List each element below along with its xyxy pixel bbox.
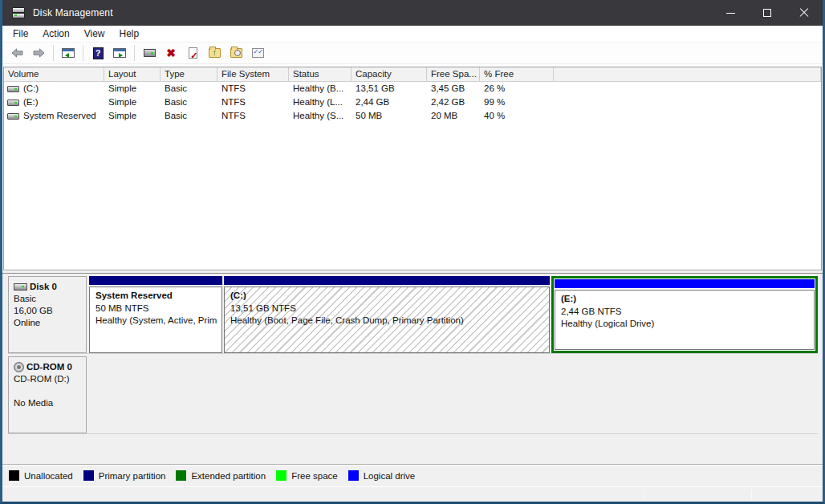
column-header-type[interactable]: Type (161, 67, 217, 81)
partition-size: 50 MB NTFS (96, 303, 221, 315)
rescan-disks-button[interactable] (140, 44, 159, 62)
partition-health: Healthy (System, Active, Prim (96, 315, 221, 327)
legend-extended-partition: Extended partition (176, 470, 266, 481)
maximize-icon (763, 9, 771, 17)
unallocated-swatch (9, 470, 19, 481)
menu-file[interactable]: File (6, 26, 35, 41)
show-action-pane-button[interactable] (110, 44, 129, 62)
properties-icon (189, 47, 197, 59)
disk-0-row: Disk 0 Basic 16,00 GB Online System Rese… (8, 276, 818, 354)
legend-label: Extended partition (191, 471, 266, 481)
disk-status: Online (14, 317, 82, 329)
menu-help[interactable]: Help (112, 26, 147, 41)
options-button[interactable] (248, 44, 267, 62)
menu-view[interactable]: View (77, 26, 112, 41)
status-bar-separator (751, 490, 752, 500)
volume-type: Basic (161, 96, 217, 109)
cdrom-0-graphic (87, 356, 818, 433)
graphical-view-pane: Disk 0 Basic 16,00 GB Online System Rese… (2, 274, 823, 486)
legend-label: Free space (291, 471, 338, 481)
properties-button[interactable] (183, 44, 202, 62)
folder-find-icon (230, 48, 242, 58)
folder-up-icon (209, 48, 221, 58)
primary-partition-band (89, 276, 222, 285)
partition-label: (C:) (230, 290, 549, 303)
volume-name: System Reserved (23, 109, 96, 123)
volume-name: (E:) (23, 96, 39, 109)
folder-find-button[interactable] (226, 44, 246, 62)
menu-action[interactable]: Action (35, 26, 76, 41)
partition-size: 2,44 GB NTFS (561, 306, 814, 319)
legend-unallocated: Unallocated (9, 470, 73, 481)
close-icon (799, 8, 809, 18)
toolbar-separator (83, 45, 83, 61)
volume-icon (7, 113, 19, 120)
volume-free-space: 20 MB (427, 109, 480, 123)
help-icon: ? (93, 47, 104, 59)
volume-pct-free: 26 % (480, 82, 554, 96)
menubar: File Action View Help (2, 26, 823, 43)
legend-bar: Unallocated Primary partition Extended p… (2, 464, 823, 486)
legend-primary-partition: Primary partition (83, 470, 166, 481)
cdrom-0-info-panel[interactable]: CD-ROM 0 CD-ROM (D:) No Media (8, 356, 87, 433)
delete-icon: ✖ (166, 47, 176, 59)
folder-up-button[interactable] (205, 44, 224, 62)
primary-partition-swatch (83, 470, 94, 481)
cdrom-media-status: No Media (14, 397, 82, 409)
volume-layout: Simple (104, 109, 161, 123)
partition-c[interactable]: (C:) 13,51 GB NTFS Healthy (Boot, Page F… (224, 276, 550, 353)
show-action-pane-icon (113, 48, 126, 58)
volume-status: Healthy (L... (289, 96, 352, 109)
volume-icon (7, 100, 19, 106)
partition-e[interactable]: (E:) 2,44 GB NTFS Healthy (Logical Drive… (551, 276, 818, 353)
column-header-pct-free[interactable]: % Free (480, 67, 554, 81)
toolbar: ? ✖ (2, 43, 823, 64)
volume-name: (C:) (23, 82, 39, 96)
forward-button[interactable] (29, 44, 48, 62)
toolbar-separator (53, 45, 54, 61)
column-header-volume[interactable]: Volume (4, 67, 104, 81)
minimize-icon (726, 13, 735, 14)
volume-row-c[interactable]: (C:) Simple Basic NTFS Healthy (B... 13,… (4, 82, 821, 96)
partition-health: Healthy (Logical Drive) (561, 318, 814, 331)
disk-management-window: Disk Management File Action View Help ? (0, 0, 825, 504)
maximize-button[interactable] (749, 0, 786, 26)
volume-row-system-reserved[interactable]: System Reserved Simple Basic NTFS Health… (4, 109, 821, 123)
delete-button[interactable]: ✖ (161, 44, 181, 62)
volume-file-system: NTFS (217, 82, 289, 96)
partition-label: (E:) (561, 293, 814, 306)
disk-0-info-panel[interactable]: Disk 0 Basic 16,00 GB Online (8, 276, 87, 353)
legend-logical-drive: Logical drive (348, 470, 416, 481)
volume-row-e[interactable]: (E:) Simple Basic NTFS Healthy (L... 2,4… (4, 96, 821, 109)
close-button[interactable] (786, 0, 823, 26)
show-console-tree-button[interactable] (59, 44, 78, 62)
partition-system-reserved[interactable]: System Reserved 50 MB NTFS Healthy (Syst… (89, 276, 222, 353)
minimize-button[interactable] (712, 0, 749, 26)
free-space-swatch (276, 470, 287, 481)
back-button[interactable] (7, 44, 26, 62)
volume-free-space: 3,45 GB (427, 82, 480, 96)
logical-drive-band (555, 279, 815, 288)
volume-capacity: 50 MB (352, 109, 427, 123)
column-header-capacity[interactable]: Capacity (352, 67, 427, 81)
cdrom-name: CD-ROM 0 (26, 361, 72, 373)
column-header-free-space[interactable]: Free Spa... (427, 67, 480, 81)
volume-file-system: NTFS (217, 109, 289, 123)
legend-free-space: Free space (276, 470, 338, 481)
window-title: Disk Management (33, 7, 113, 18)
column-header-layout[interactable]: Layout (104, 67, 161, 81)
legend-label: Logical drive (364, 471, 416, 481)
column-header-blank (554, 67, 821, 81)
volume-type: Basic (161, 109, 217, 123)
status-bar (2, 486, 823, 502)
volume-icon (7, 86, 19, 92)
toolbar-separator (134, 45, 135, 61)
volume-list-header: Volume Layout Type File System Status Ca… (4, 67, 821, 82)
column-header-file-system[interactable]: File System (217, 67, 289, 81)
column-header-status[interactable]: Status (289, 67, 352, 81)
help-button[interactable]: ? (88, 44, 108, 62)
volume-status: Healthy (B... (289, 82, 352, 96)
titlebar: Disk Management (2, 0, 823, 26)
volume-type: Basic (161, 82, 217, 96)
volume-free-space: 2,42 GB (427, 96, 480, 109)
